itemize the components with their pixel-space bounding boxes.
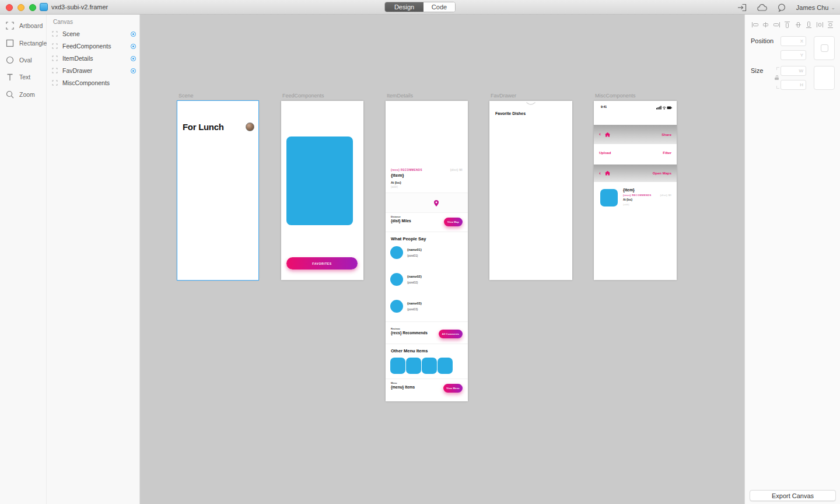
menu-item-thumb[interactable] bbox=[390, 358, 405, 374]
nav-bar-share[interactable]: ‹ Share bbox=[594, 125, 677, 144]
item-title[interactable]: {item} bbox=[391, 173, 404, 178]
share-link[interactable]: Share bbox=[662, 133, 671, 136]
card-item-title[interactable]: {item} bbox=[623, 188, 635, 192]
feedback-chat-icon[interactable] bbox=[778, 4, 786, 12]
item-address[interactable]: {addr} bbox=[391, 186, 398, 188]
home-icon[interactable] bbox=[605, 171, 610, 176]
position-anchor-widget[interactable] bbox=[814, 36, 835, 60]
review-avatar[interactable] bbox=[390, 273, 403, 286]
back-chevron-icon[interactable]: ‹ bbox=[599, 171, 601, 176]
review-avatar[interactable] bbox=[390, 300, 403, 313]
export-canvas-button[interactable]: Export Canvas bbox=[750, 490, 836, 501]
export-icon[interactable] bbox=[737, 4, 747, 12]
menu-value[interactable]: {menu} Items bbox=[391, 385, 415, 389]
review-post[interactable]: {post03} bbox=[407, 307, 418, 311]
align-top-icon[interactable] bbox=[782, 19, 793, 30]
layer-row-itemdetails[interactable]: ItemDetails bbox=[47, 52, 140, 64]
user-menu[interactable]: James Chu ⌄ bbox=[796, 4, 835, 11]
status-time[interactable]: 9:41 bbox=[601, 105, 607, 108]
design-canvas[interactable]: Scene For Lunch FeedComponents FAVORITES… bbox=[141, 15, 744, 504]
distance-label[interactable]: Distance bbox=[391, 215, 401, 218]
artboard-label-scene[interactable]: Scene bbox=[178, 93, 194, 99]
align-center-horizontal-icon[interactable] bbox=[761, 19, 771, 30]
target-icon[interactable] bbox=[131, 44, 136, 49]
align-bottom-icon[interactable] bbox=[804, 19, 814, 30]
target-icon[interactable] bbox=[131, 56, 136, 61]
card-address[interactable]: {addr} bbox=[623, 203, 629, 206]
map-strip[interactable] bbox=[386, 192, 468, 213]
view-menu-button[interactable]: View Menu bbox=[443, 384, 463, 393]
all-comments-button[interactable]: All Comments bbox=[439, 330, 463, 338]
size-widget[interactable] bbox=[814, 66, 835, 90]
reviews-label[interactable]: Reviews bbox=[391, 327, 400, 330]
review-post[interactable]: {post01} bbox=[407, 254, 418, 257]
menu-item-thumb[interactable] bbox=[422, 358, 437, 374]
artboard-label-favdrawer[interactable]: FavDrawer bbox=[491, 93, 516, 99]
layer-row-misccomponents[interactable]: MiscComponents bbox=[47, 77, 140, 89]
card-location[interactable]: At {loc} bbox=[623, 198, 632, 201]
recommends-text[interactable]: {recs} RECOMMENDS bbox=[391, 169, 422, 172]
menu-item-thumb[interactable] bbox=[438, 358, 453, 374]
review-avatar[interactable] bbox=[390, 246, 403, 259]
other-menu-header[interactable]: Other Menu Items bbox=[391, 348, 428, 354]
tool-artboard[interactable]: Artboard bbox=[6, 20, 43, 31]
artboard-label-itemdetails[interactable]: ItemDetails bbox=[387, 93, 413, 99]
close-window-button[interactable] bbox=[6, 4, 13, 11]
artboard-feedcomponents[interactable]: FAVORITES bbox=[281, 101, 363, 280]
artboard-misccomponents[interactable]: 9:41 ‹ Share Upload Filter ‹ bbox=[594, 101, 677, 280]
zoom-window-button[interactable] bbox=[29, 4, 36, 11]
align-left-icon[interactable] bbox=[750, 19, 760, 30]
distribute-vertical-icon[interactable] bbox=[825, 19, 836, 30]
menu-label[interactable]: Menu bbox=[391, 382, 397, 384]
position-x-input[interactable] bbox=[780, 36, 806, 46]
distance-mi-text[interactable]: {dist} MI bbox=[450, 169, 463, 172]
artboard-scene[interactable]: For Lunch bbox=[177, 101, 258, 280]
people-say-header[interactable]: What People Say bbox=[391, 236, 426, 242]
minimize-window-button[interactable] bbox=[18, 4, 24, 11]
favorite-dishes-heading[interactable]: Favorite Dishes bbox=[495, 111, 526, 116]
layer-row-feedcomponents[interactable]: FeedComponents bbox=[47, 40, 140, 52]
cloud-sync-icon[interactable] bbox=[757, 4, 767, 11]
align-right-icon[interactable] bbox=[771, 19, 782, 30]
artboard-label-misccomponents[interactable]: MiscComponents bbox=[595, 93, 636, 99]
size-height-input[interactable] bbox=[780, 80, 806, 90]
view-map-button[interactable]: View Map bbox=[444, 218, 463, 226]
review-name[interactable]: {name03} bbox=[407, 302, 422, 305]
reviews-value[interactable]: {recs} Recommends bbox=[391, 331, 428, 335]
lock-aspect-icon[interactable] bbox=[775, 75, 779, 80]
tool-zoom[interactable]: Zoom bbox=[6, 89, 35, 100]
target-icon[interactable] bbox=[131, 32, 136, 37]
tab-code[interactable]: Code bbox=[424, 2, 455, 12]
feed-image-placeholder[interactable] bbox=[286, 136, 353, 225]
back-chevron-icon[interactable]: ‹ bbox=[599, 132, 601, 137]
size-width-input[interactable] bbox=[780, 66, 806, 76]
drawer-handle-icon[interactable] bbox=[526, 102, 536, 106]
artboard-favdrawer[interactable]: Favorite Dishes bbox=[489, 101, 572, 280]
item-location[interactable]: At {loc} bbox=[391, 181, 401, 184]
avatar[interactable] bbox=[246, 123, 254, 131]
card-distance-mi[interactable]: {dist} MI bbox=[660, 194, 671, 197]
artboard-label-feedcomponents[interactable]: FeedComponents bbox=[282, 93, 324, 99]
tool-oval[interactable]: Oval bbox=[6, 55, 32, 65]
menu-item-thumb[interactable] bbox=[406, 358, 421, 374]
item-card-thumb[interactable] bbox=[600, 189, 618, 206]
home-icon[interactable] bbox=[605, 132, 610, 137]
open-maps-link[interactable]: Open Maps bbox=[653, 172, 671, 175]
upload-link[interactable]: Upload bbox=[599, 151, 611, 155]
tab-design[interactable]: Design bbox=[385, 2, 424, 12]
scene-heading[interactable]: For Lunch bbox=[183, 122, 224, 132]
tool-text[interactable]: Text bbox=[6, 72, 30, 82]
position-y-input[interactable] bbox=[780, 50, 806, 60]
review-post[interactable]: {post02} bbox=[407, 281, 418, 284]
filter-link[interactable]: Filter bbox=[663, 151, 671, 155]
align-center-vertical-icon[interactable] bbox=[793, 19, 803, 30]
target-icon[interactable] bbox=[131, 68, 136, 74]
artboard-itemdetails[interactable]: {recs} RECOMMENDS {dist} MI {item} At {l… bbox=[386, 101, 468, 401]
card-recommends-text[interactable]: {recs} RECOMMENDS bbox=[623, 194, 652, 197]
favorites-button[interactable]: FAVORITES bbox=[286, 257, 358, 270]
nav-bar-open-maps[interactable]: ‹ Open Maps bbox=[594, 164, 677, 182]
tool-rectangle[interactable]: Rectangle bbox=[6, 38, 47, 48]
review-name[interactable]: {name01} bbox=[407, 248, 422, 251]
layer-row-favdrawer[interactable]: FavDrawer bbox=[47, 65, 140, 76]
distance-value[interactable]: {dist} Miles bbox=[391, 219, 411, 223]
